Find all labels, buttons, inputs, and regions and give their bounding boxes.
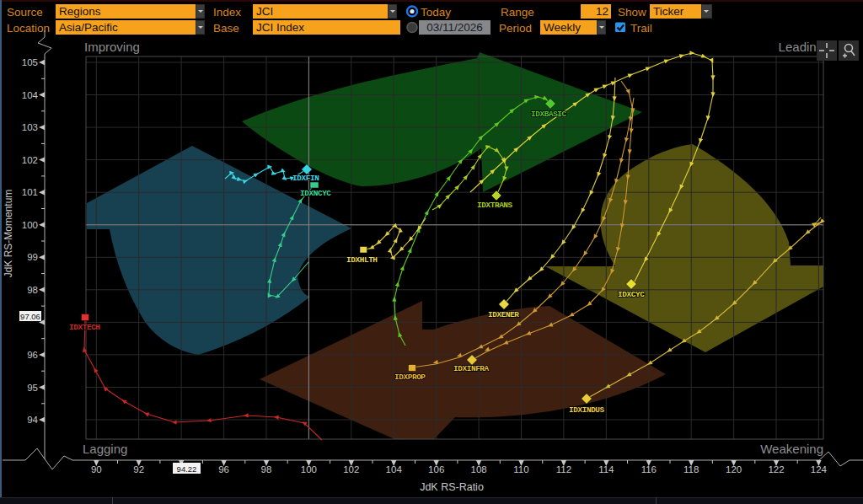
svg-text:IDXFIN: IDXFIN [292, 174, 319, 183]
svg-text:118: 118 [683, 464, 699, 475]
svg-text:99: 99 [27, 252, 38, 262]
svg-text:92: 92 [133, 464, 144, 475]
svg-text:106: 106 [428, 464, 444, 475]
svg-text:IDXINDUS: IDXINDUS [569, 405, 605, 415]
svg-text:IDXCYC: IDXCYC [618, 290, 645, 299]
svg-text:96: 96 [27, 350, 38, 360]
svg-text:97.06: 97.06 [20, 312, 40, 321]
svg-text:100: 100 [301, 464, 317, 475]
svg-text:110: 110 [513, 464, 528, 475]
svg-text:IDXBASIC: IDXBASIC [531, 110, 567, 119]
svg-text:114: 114 [598, 464, 614, 475]
svg-text:90: 90 [91, 464, 102, 475]
svg-text:Improving: Improving [84, 40, 140, 54]
svg-text:103: 103 [22, 122, 38, 132]
svg-text:Weakening: Weakening [760, 442, 823, 456]
svg-text:JdK RS-Momentum: JdK RS-Momentum [3, 190, 14, 278]
svg-text:94.22: 94.22 [177, 464, 197, 474]
svg-text:IDXTECH: IDXTECH [69, 323, 100, 332]
svg-text:95: 95 [27, 383, 38, 393]
svg-text:124: 124 [811, 464, 828, 475]
svg-text:101: 101 [22, 187, 38, 197]
svg-text:100: 100 [22, 220, 38, 230]
svg-text:116: 116 [641, 464, 657, 475]
svg-text:IDXHLTH: IDXHLTH [346, 255, 378, 265]
svg-text:102: 102 [343, 464, 359, 475]
svg-text:105: 105 [22, 57, 38, 67]
svg-text:Leading: Leading [779, 40, 823, 54]
svg-text:IDXNCYC: IDXNCYC [300, 189, 331, 198]
svg-text:IDXTRANS: IDXTRANS [477, 201, 513, 210]
svg-text:98: 98 [27, 285, 38, 295]
svg-text:IDXPROP: IDXPROP [394, 373, 426, 382]
svg-text:94: 94 [27, 415, 38, 425]
svg-text:104: 104 [22, 90, 39, 100]
svg-text:122: 122 [768, 464, 784, 475]
svg-text:108: 108 [471, 464, 487, 475]
svg-text:Lagging: Lagging [83, 442, 127, 456]
svg-text:120: 120 [726, 464, 742, 475]
svg-text:98: 98 [261, 464, 272, 475]
svg-text:IDXENER: IDXENER [488, 310, 519, 319]
svg-text:IDXINFRA: IDXINFRA [453, 364, 490, 373]
svg-text:102: 102 [22, 155, 38, 165]
svg-text:96: 96 [218, 464, 229, 475]
svg-text:104: 104 [386, 464, 403, 475]
svg-text:112: 112 [556, 464, 571, 475]
svg-text:JdK RS-Ratio: JdK RS-Ratio [420, 481, 484, 493]
